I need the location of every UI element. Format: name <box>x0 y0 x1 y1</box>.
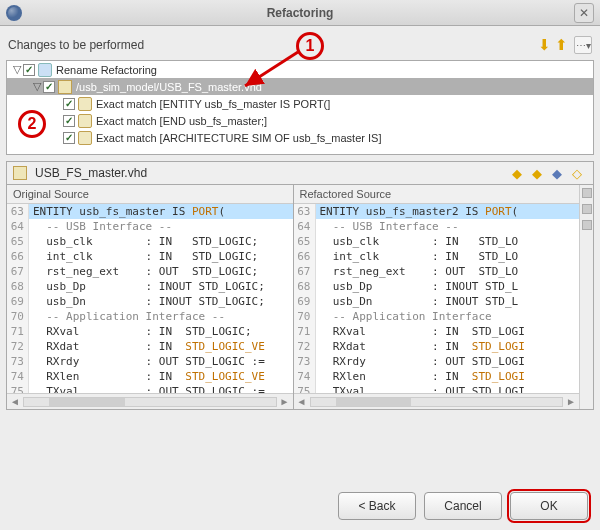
tree-row[interactable]: Exact match [ARCHITECTURE SIM OF usb_fs_… <box>7 129 593 146</box>
cancel-button[interactable]: Cancel <box>424 492 502 520</box>
code-line: 74 RXlen : IN STD_LOGI <box>294 369 580 384</box>
tree-checkbox[interactable] <box>43 81 55 93</box>
line-number: 70 <box>7 309 29 324</box>
code-line: 66 int_clk : IN STD_LO <box>294 249 580 264</box>
line-number: 70 <box>294 309 316 324</box>
ok-button[interactable]: OK <box>510 492 588 520</box>
code-text: RXlen : IN STD_LOGI <box>316 369 580 384</box>
code-text: rst_neg_ext : OUT STD_LOGIC; <box>29 264 293 279</box>
changes-tree[interactable]: ▽Rename Refactoring▽/usb_sim_model/USB_F… <box>6 60 594 155</box>
code-text: usb_clk : IN STD_LOGIC; <box>29 234 293 249</box>
tree-checkbox[interactable] <box>23 64 35 76</box>
code-line: 70 -- Application Interface -- <box>7 309 293 324</box>
line-number: 72 <box>7 339 29 354</box>
line-number: 74 <box>7 369 29 384</box>
changes-label: Changes to be performed <box>8 38 144 52</box>
line-number: 69 <box>294 294 316 309</box>
tree-row[interactable]: Exact match [ENTITY usb_fs_master IS POR… <box>7 95 593 112</box>
code-line: 63ENTITY usb_fs_master IS PORT( <box>7 204 293 219</box>
match-icon <box>78 114 92 128</box>
code-line: 68 usb_Dp : INOUT STD_LOGIC; <box>7 279 293 294</box>
line-number: 64 <box>294 219 316 234</box>
line-number: 75 <box>7 384 29 393</box>
code-line: 65 usb_clk : IN STD_LOGIC; <box>7 234 293 249</box>
tree-checkbox[interactable] <box>63 115 75 127</box>
original-side: Original Source 63ENTITY usb_fs_master I… <box>7 185 293 409</box>
file-tabbar: USB_FS_master.vhd ◆ ◆ ◆ ◇ <box>6 161 594 185</box>
tree-row-label: Exact match [ENTITY usb_fs_master IS POR… <box>96 98 330 110</box>
code-line: 73 RXrdy : OUT STD_LOGI <box>294 354 580 369</box>
tree-row-label: Exact match [END usb_fs_master;] <box>96 115 267 127</box>
code-line: 64 -- USB Interface -- <box>294 219 580 234</box>
nav-diamond-1-icon[interactable]: ◆ <box>509 165 525 181</box>
prev-change-icon[interactable]: ⬆ <box>555 36 568 54</box>
original-code[interactable]: 63ENTITY usb_fs_master IS PORT(64 -- USB… <box>7 204 293 393</box>
tree-checkbox[interactable] <box>63 98 75 110</box>
code-text: RXlen : IN STD_LOGIC_VE <box>29 369 293 384</box>
tree-row-label: Exact match [ARCHITECTURE SIM OF usb_fs_… <box>96 132 381 144</box>
app-icon <box>6 5 22 21</box>
code-text: RXval : IN STD_LOGI <box>316 324 580 339</box>
tree-row[interactable]: Exact match [END usb_fs_master;] <box>7 112 593 129</box>
line-number: 72 <box>294 339 316 354</box>
code-line: 66 int_clk : IN STD_LOGIC; <box>7 249 293 264</box>
code-line: 68 usb_Dp : INOUT STD_L <box>294 279 580 294</box>
code-text: RXval : IN STD_LOGIC; <box>29 324 293 339</box>
nav-diamond-4-icon[interactable]: ◇ <box>569 165 585 181</box>
code-line: 69 usb_Dn : INOUT STD_LOGIC; <box>7 294 293 309</box>
refactored-code[interactable]: 63ENTITY usb_fs_master2 IS PORT(64 -- US… <box>294 204 580 393</box>
line-number: 68 <box>7 279 29 294</box>
line-number: 73 <box>294 354 316 369</box>
original-header: Original Source <box>7 185 293 204</box>
line-number: 64 <box>7 219 29 234</box>
refactored-hscroll[interactable]: ◄► <box>294 393 580 409</box>
code-text: -- USB Interface -- <box>316 219 580 234</box>
code-line: 72 RXdat : IN STD_LOGIC_VE <box>7 339 293 354</box>
code-line: 72 RXdat : IN STD_LOGI <box>294 339 580 354</box>
line-number: 63 <box>294 204 316 219</box>
file-name: USB_FS_master.vhd <box>35 166 147 180</box>
code-text: -- USB Interface -- <box>29 219 293 234</box>
code-text: usb_Dp : INOUT STD_LOGIC; <box>29 279 293 294</box>
back-button[interactable]: < Back <box>338 492 416 520</box>
tree-row[interactable]: ▽/usb_sim_model/USB_FS_master.vhd <box>7 78 593 95</box>
code-text: -- Application Interface -- <box>29 309 293 324</box>
close-button[interactable]: ✕ <box>574 3 594 23</box>
expand-twisty-icon[interactable]: ▽ <box>11 63 23 76</box>
code-text: usb_Dn : INOUT STD_L <box>316 294 580 309</box>
line-number: 68 <box>294 279 316 294</box>
code-text: usb_Dp : INOUT STD_L <box>316 279 580 294</box>
line-number: 67 <box>7 264 29 279</box>
code-text: TXval : OUT STD_LOGIC := <box>29 384 293 393</box>
overview-ruler[interactable] <box>579 185 593 409</box>
code-line: 71 RXval : IN STD_LOGIC; <box>7 324 293 339</box>
expand-twisty-icon[interactable]: ▽ <box>31 80 43 93</box>
changes-header: Changes to be performed ⬇ ⬆ ⋯▾ <box>6 32 594 60</box>
tree-row-label: Rename Refactoring <box>56 64 157 76</box>
line-number: 65 <box>294 234 316 249</box>
nav-diamond-3-icon[interactable]: ◆ <box>549 165 565 181</box>
line-number: 71 <box>7 324 29 339</box>
tree-row[interactable]: ▽Rename Refactoring <box>7 61 593 78</box>
filter-button[interactable]: ⋯▾ <box>574 36 592 54</box>
line-number: 73 <box>7 354 29 369</box>
code-text: ENTITY usb_fs_master2 IS PORT( <box>316 204 580 219</box>
tree-checkbox[interactable] <box>63 132 75 144</box>
refactored-side: Refactored Source 63ENTITY usb_fs_master… <box>293 185 580 409</box>
code-line: 75 TXval : OUT STD_LOGIC := <box>7 384 293 393</box>
next-change-icon[interactable]: ⬇ <box>538 36 551 54</box>
file-icon <box>58 80 72 94</box>
original-hscroll[interactable]: ◄► <box>7 393 293 409</box>
code-text: RXrdy : OUT STD_LOGIC := <box>29 354 293 369</box>
match-icon <box>78 131 92 145</box>
code-line: 74 RXlen : IN STD_LOGIC_VE <box>7 369 293 384</box>
button-bar: < Back Cancel OK <box>338 492 588 520</box>
code-text: int_clk : IN STD_LOGIC; <box>29 249 293 264</box>
diff-split: Original Source 63ENTITY usb_fs_master I… <box>6 185 594 410</box>
code-text: -- Application Interface <box>316 309 580 324</box>
code-text: usb_clk : IN STD_LO <box>316 234 580 249</box>
nav-diamond-2-icon[interactable]: ◆ <box>529 165 545 181</box>
code-line: 64 -- USB Interface -- <box>7 219 293 234</box>
line-number: 71 <box>294 324 316 339</box>
code-text: usb_Dn : INOUT STD_LOGIC; <box>29 294 293 309</box>
